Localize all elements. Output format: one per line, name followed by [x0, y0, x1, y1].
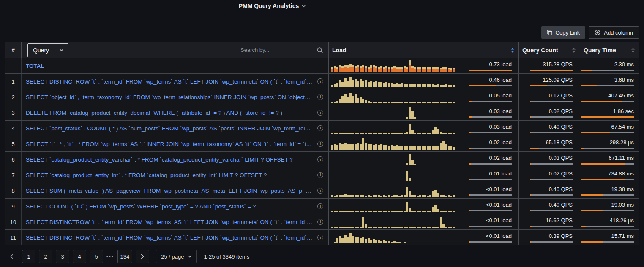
query-count-bar: [530, 226, 573, 227]
info-icon[interactable]: i: [317, 156, 323, 162]
info-icon[interactable]: i: [317, 172, 323, 178]
sort-icon-load[interactable]: [510, 48, 515, 53]
pagination-last-page-button[interactable]: 134: [117, 250, 133, 263]
query-text[interactable]: SELECT DISTINCTROW `t` . `term_id` FROM …: [26, 235, 313, 241]
query-text[interactable]: SELECT `catalog_product_entity_int` . * …: [26, 172, 313, 178]
column-header-load[interactable]: Load: [332, 47, 346, 54]
table-row[interactable]: 2 SELECT `object_id` , `term_taxonomy_id…: [5, 89, 639, 105]
query-text[interactable]: SELECT `post_status` , COUNT ( * ) AS `n…: [26, 125, 313, 132]
query-dimension-selector[interactable]: Query: [27, 43, 68, 57]
load-value: 0.03 load: [489, 108, 512, 114]
table-row[interactable]: 6 SELECT `catalog_product_entity_varchar…: [5, 152, 639, 167]
table-row[interactable]: TOTAL i 0.73 load 315.28 QPS 2.30 ms: [5, 58, 639, 74]
search-input[interactable]: [240, 46, 315, 54]
query-text[interactable]: DELETE FROM `catalog_product_entity_deci…: [26, 110, 313, 116]
load-bar: [469, 116, 512, 118]
load-value: <0.01 load: [486, 233, 512, 239]
query-count-value: 0.39 QPS: [549, 233, 573, 239]
load-bar: [469, 148, 512, 149]
load-sparkline: [331, 121, 455, 136]
load-bar: [469, 179, 512, 180]
sort-icon-query-time[interactable]: [631, 48, 635, 53]
pagination-page-button[interactable]: 4: [73, 250, 86, 263]
load-value: 0.03 load: [489, 124, 512, 130]
load-value: 0.46 load: [489, 77, 512, 83]
query-time-value: 671.11 ms: [609, 155, 634, 161]
row-number: 7: [5, 172, 21, 178]
info-icon[interactable]: i: [317, 141, 323, 147]
query-count-value: 0.40 QPS: [549, 186, 573, 192]
load-bar: [469, 194, 512, 196]
load-bar-fill: [469, 241, 470, 243]
sort-icon-query-count[interactable]: [572, 48, 576, 53]
query-time-bar-fill: [581, 241, 603, 243]
query-text[interactable]: SELECT SUM ( `meta_value` ) AS `pageview…: [26, 188, 313, 194]
info-icon[interactable]: i: [317, 125, 323, 131]
info-icon[interactable]: i: [317, 203, 323, 209]
table-row[interactable]: 10 SELECT DISTINCTROW `t` . `term_id` FR…: [5, 214, 639, 230]
query-count-bar: [530, 210, 573, 211]
copy-link-button[interactable]: Copy Link: [541, 26, 586, 39]
table-row[interactable]: 3 DELETE FROM `catalog_product_entity_de…: [5, 105, 639, 121]
table-row[interactable]: 11 SELECT DISTINCTROW `t` . `term_id` FR…: [5, 230, 639, 245]
query-count-bar-fill: [530, 179, 531, 180]
add-column-button[interactable]: Add column: [589, 26, 639, 39]
query-time-bar: [581, 163, 634, 165]
row-number: 2: [5, 94, 21, 100]
query-text[interactable]: SELECT DISTINCTROW `t` . `term_id` FROM …: [26, 78, 313, 85]
query-text[interactable]: SELECT `catalog_product_entity_varchar` …: [26, 156, 313, 163]
pagination-page-button[interactable]: 2: [39, 250, 52, 263]
query-count-bar-fill: [530, 70, 573, 71]
query-count-bar-fill: [530, 226, 532, 227]
load-bar: [469, 241, 512, 243]
query-time-value: 734.88 ms: [608, 170, 634, 177]
load-bar-fill: [469, 132, 471, 133]
load-bar-fill: [469, 116, 472, 118]
info-icon[interactable]: i: [317, 78, 323, 84]
table-row[interactable]: 1 SELECT DISTINCTROW `t` . `term_id` FRO…: [5, 74, 639, 89]
query-count-bar: [530, 163, 573, 165]
query-text[interactable]: SELECT `t` . * , `tt` . * FROM `wp_terms…: [26, 141, 313, 147]
load-sparkline: [331, 230, 455, 245]
pagination-page-button[interactable]: 3: [56, 250, 69, 263]
query-text[interactable]: TOTAL: [26, 63, 313, 69]
load-bar: [469, 210, 512, 211]
table-row[interactable]: 7 SELECT `catalog_product_entity_int` . …: [5, 167, 639, 183]
pagination-page-button[interactable]: 1: [22, 250, 35, 263]
pagination: 12345 ••• 134 25 / page 1-25 of 3349 ite…: [5, 250, 249, 263]
load-bar-fill: [469, 70, 512, 71]
info-icon[interactable]: i: [317, 94, 323, 100]
column-header-query-time[interactable]: Query Time: [584, 47, 616, 54]
query-count-bar-fill: [530, 116, 531, 118]
pagination-ellipsis[interactable]: •••: [106, 254, 114, 259]
query-count-bar: [530, 132, 573, 133]
load-sparkline: [331, 58, 455, 73]
pagination-next-button[interactable]: [136, 250, 149, 263]
table-row[interactable]: 4 SELECT `post_status` , COUNT ( * ) AS …: [5, 121, 639, 136]
search-icon[interactable]: [317, 47, 323, 54]
column-header-query-count[interactable]: Query Count: [522, 47, 558, 54]
info-icon[interactable]: i: [317, 110, 323, 116]
info-icon[interactable]: i: [317, 188, 323, 194]
query-time-bar-fill: [581, 210, 603, 211]
load-value: 0.02 load: [489, 139, 512, 146]
page-size-select[interactable]: 25 / page: [156, 250, 197, 263]
query-text[interactable]: SELECT DISTINCTROW `t` . `term_id` FROM …: [26, 219, 313, 225]
query-time-bar-fill: [581, 70, 592, 71]
dashboard-title-dropdown[interactable]: PMM Query Analytics: [239, 3, 306, 9]
table-row[interactable]: 5 SELECT `t` . * , `tt` . * FROM `wp_ter…: [5, 136, 639, 152]
row-number: 8: [5, 188, 21, 194]
query-time-bar: [581, 132, 634, 133]
load-sparkline: [331, 199, 455, 214]
query-text[interactable]: SELECT `object_id` , `term_taxonomy_id` …: [26, 94, 313, 100]
load-value: <0.01 load: [486, 186, 512, 192]
info-icon[interactable]: i: [317, 235, 323, 240]
query-text[interactable]: SELECT COUNT ( `ID` ) FROM `wp_posts` WH…: [26, 203, 313, 210]
load-value: <0.01 load: [486, 217, 512, 224]
pagination-prev-button[interactable]: [5, 250, 19, 263]
page-title: PMM Query Analytics: [239, 3, 299, 9]
info-icon[interactable]: i: [317, 219, 323, 225]
table-row[interactable]: 8 SELECT SUM ( `meta_value` ) AS `pagevi…: [5, 183, 639, 199]
table-row[interactable]: 9 SELECT COUNT ( `ID` ) FROM `wp_posts` …: [5, 199, 639, 214]
pagination-page-button[interactable]: 5: [90, 250, 103, 263]
